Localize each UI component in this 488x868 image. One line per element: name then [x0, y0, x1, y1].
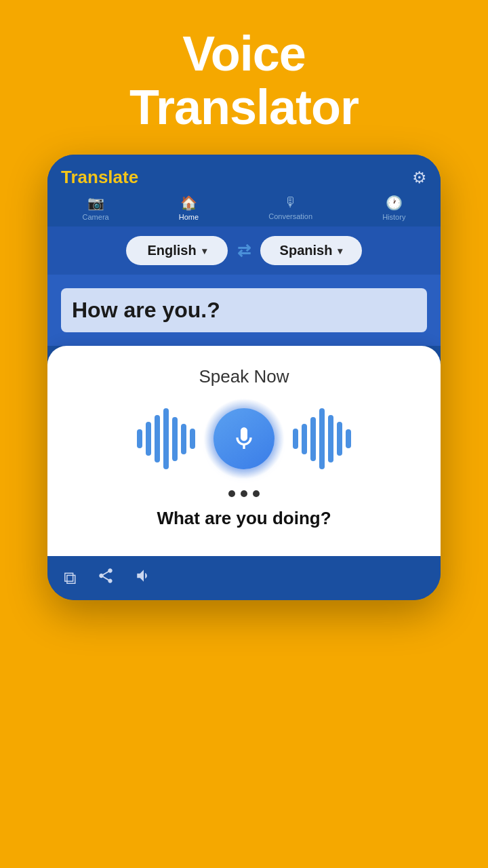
wave-bar: [319, 408, 325, 469]
wave-bar: [181, 424, 186, 454]
nav-item-home[interactable]: 🏠 Home: [179, 195, 199, 221]
language-selector-row: English ▾ ⇄ Spanish ▾: [47, 226, 441, 275]
app-header: Translate ⚙: [47, 155, 441, 188]
target-language-dropdown-icon: ▾: [338, 245, 342, 256]
app-header-title: Translate: [61, 167, 138, 188]
nav-label-camera: Camera: [83, 213, 109, 221]
speak-now-modal: Speak Now: [47, 346, 441, 556]
listening-dots: [228, 490, 260, 497]
camera-icon: 📷: [87, 195, 104, 211]
source-language-button[interactable]: English ▾: [126, 236, 228, 265]
wave-bar: [328, 415, 333, 462]
translation-area: How are you.?: [47, 275, 441, 346]
home-icon: 🏠: [180, 195, 197, 211]
conversation-icon: 🎙: [284, 195, 298, 210]
swap-languages-icon[interactable]: ⇄: [237, 241, 251, 260]
source-text: How are you.?: [61, 288, 427, 332]
wave-bar: [293, 429, 298, 449]
wave-bar: [337, 422, 342, 456]
history-icon: 🕐: [386, 195, 403, 211]
dot-1: [228, 490, 235, 497]
nav-bar: 📷 Camera 🏠 Home 🎙 Conversation 🕐 History: [47, 188, 441, 226]
wave-bar: [137, 429, 142, 448]
mic-button-container: [203, 398, 285, 479]
nav-item-conversation[interactable]: 🎙 Conversation: [268, 195, 312, 221]
wave-bar: [302, 424, 307, 454]
wave-bar: [190, 429, 195, 449]
nav-label-home: Home: [179, 213, 199, 221]
app-title: Voice Translator: [129, 27, 359, 134]
nav-item-history[interactable]: 🕐 History: [382, 195, 405, 221]
source-language-dropdown-icon: ▾: [202, 245, 207, 256]
speak-now-label: Speak Now: [199, 366, 289, 387]
nav-label-conversation: Conversation: [268, 212, 312, 220]
nav-label-history: History: [382, 213, 405, 221]
wave-bar: [163, 408, 169, 469]
dot-2: [241, 490, 247, 497]
share-icon[interactable]: [97, 567, 115, 589]
waveform-left: [137, 408, 195, 469]
wave-bar: [146, 422, 151, 456]
action-bar: ⧉: [47, 556, 441, 600]
app-title-line2: Translator: [129, 80, 359, 134]
sound-icon[interactable]: [135, 567, 152, 589]
translated-text: What are you doing?: [157, 508, 331, 529]
wave-bar: [310, 417, 316, 461]
app-title-line1: Voice: [182, 26, 306, 81]
settings-icon[interactable]: ⚙: [412, 168, 427, 187]
waveform-right: [293, 408, 351, 469]
microphone-icon: [230, 425, 258, 452]
source-language-label: English: [147, 243, 196, 258]
wave-bar: [172, 417, 178, 461]
copy-icon[interactable]: ⧉: [64, 568, 77, 589]
mic-button[interactable]: [214, 408, 274, 469]
wave-bar: [155, 415, 160, 462]
nav-item-camera[interactable]: 📷 Camera: [83, 195, 109, 221]
wave-bar: [346, 429, 351, 448]
phone-mockup: Translate ⚙ 📷 Camera 🏠 Home 🎙 Conversati…: [47, 155, 441, 600]
mic-row: [68, 398, 420, 479]
target-language-label: Spanish: [280, 243, 333, 258]
target-language-button[interactable]: Spanish ▾: [260, 236, 362, 265]
dot-3: [253, 490, 260, 497]
